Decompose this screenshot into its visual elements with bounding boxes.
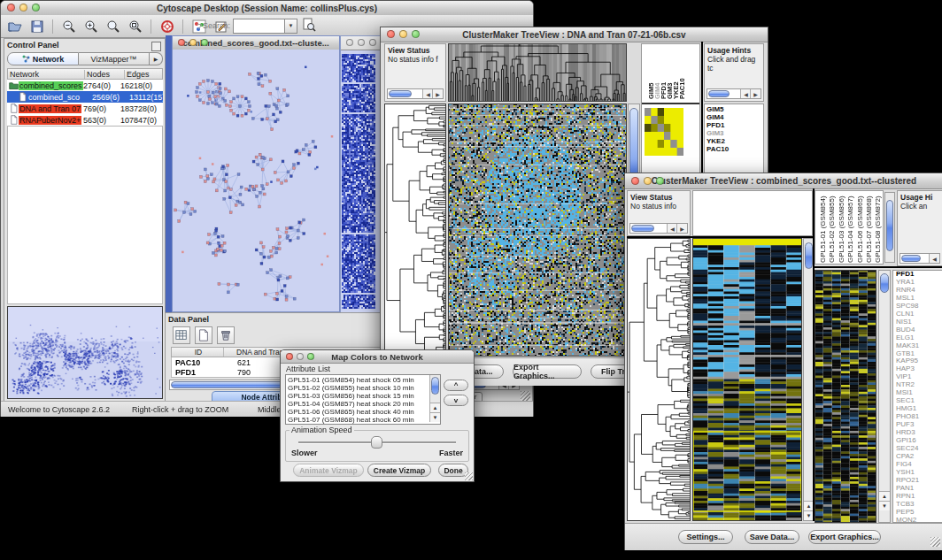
tv2-column-dendrogram-area[interactable] [692,190,813,236]
tv1-column-label[interactable]: PAC10 [678,78,686,99]
zoom-out-icon[interactable] [62,19,76,34]
network-list-row[interactable]: combined_scores2764(0)16218(0) [7,80,163,91]
dialog-titlebar[interactable]: Map Colors to Network [281,350,474,364]
tv2-gene-label[interactable]: MON2 [896,517,942,523]
attribute-list-item[interactable]: GPL51-07 (GSM868) heat shock 60 min [286,416,429,424]
minimize-icon[interactable] [297,353,304,360]
tv1-row-label[interactable]: PFD1 [706,121,763,129]
folder[interactable] [9,81,19,90]
tv2-column-label[interactable]: GPL51-07 (GSM868) [865,196,873,263]
help-icon[interactable] [160,19,174,34]
close-icon[interactable] [631,177,639,185]
close-icon[interactable] [387,30,395,38]
minimize-icon[interactable] [399,30,407,38]
tv1-column-dendrogram[interactable] [448,43,627,102]
delete-attribute-icon[interactable] [220,329,232,341]
close-icon[interactable] [286,353,293,360]
main-titlebar[interactable]: Cytoscape Desktop (Session Name: collins… [1,1,533,16]
tab-vizmapper[interactable]: VizMapper™ [79,52,150,65]
attribute-list-scrollbar[interactable]: ▲▼ [429,375,440,422]
tv1-usage-hscrollbar[interactable]: ◀▶ [706,88,761,99]
birdseye-view[interactable] [7,306,163,399]
tv2-gene-labels[interactable]: PFD1YRA1RNR4MSL1SPC98CLN1NIS1BUD4ELG1MAK… [892,270,942,523]
tv1-row-dendrogram[interactable] [384,104,446,357]
move-up-button[interactable]: ^ [444,380,468,391]
zoom-selected-icon[interactable] [128,19,143,34]
tv2-sub-vscrollbar[interactable]: ▲▼ [878,270,891,523]
tv1-status-hscrollbar[interactable]: ◀▶ [387,88,444,99]
search-input[interactable] [233,19,286,34]
zoom-fit-icon-button[interactable] [104,18,121,35]
help-icon-button[interactable] [158,18,175,35]
attribute-list-item[interactable]: GPL51-04 (GSM857) heat shock 20 min [286,400,429,408]
tv2-column-labels[interactable]: GPL51-01 (GSM854)GPL51-02 (GSM855)GPL51-… [815,190,884,265]
animate-vizmap-button[interactable]: Animate Vizmap [293,464,364,477]
float-panel-icon[interactable] [151,42,161,51]
open-icon-button[interactable] [6,18,23,35]
network-search-icon[interactable] [302,18,316,32]
zoom-in-icon-button[interactable] [82,18,99,35]
zoom-window-icon[interactable] [369,39,376,46]
tv1-row-label[interactable]: GIM3 [706,129,763,137]
close-icon[interactable] [7,4,15,12]
col-network[interactable]: Network [8,70,85,79]
network-list-row[interactable]: combined_sco2569(6)13112(15) [7,91,163,103]
zoom-window-icon[interactable] [412,30,420,38]
resize-grip[interactable] [930,537,940,547]
close-icon[interactable] [346,39,353,46]
attribute-list-item[interactable]: GPL51-02 (GSM855) heat shock 10 min [286,384,429,392]
export-graphics-button[interactable]: Export Graphics... [513,364,582,379]
minimize-icon[interactable] [189,39,197,46]
table-icon-button[interactable] [173,326,190,344]
tv2-column-label[interactable]: GPL51-02 (GSM855) [828,196,836,263]
settings-button[interactable]: Settings... [678,530,733,544]
zoom-window-icon[interactable] [656,177,664,185]
col-edges[interactable]: Edges [125,70,162,79]
new-attribute-icon-button[interactable] [195,326,212,344]
tv2-column-label[interactable]: GPL51-01 (GSM854) [819,196,827,263]
zoom-fit-icon[interactable] [106,19,120,34]
minimize-icon[interactable] [358,39,365,46]
table-icon[interactable] [175,329,188,341]
data-col-id[interactable]: ID [172,348,224,357]
network-list-row[interactable]: RNAPuberNov2+563(0)107847(0) [7,114,163,126]
tv1-summary-heatmap[interactable] [645,108,683,156]
save-data-button[interactable]: Save Data... [745,530,799,544]
zoom-window-icon[interactable] [32,4,40,12]
tv1-titlebar[interactable]: ClusterMaker TreeView : DNA and Tran 07-… [381,27,768,42]
tv2-status-hscrollbar[interactable]: ◀▶ [629,223,688,234]
tv2-column-label[interactable]: GPL51-06 (GSM865) [856,196,864,263]
tv2-expression-heatmap[interactable] [815,270,876,523]
zoom-out-icon-button[interactable] [60,18,77,35]
close-icon[interactable] [178,39,185,46]
zoom-window-icon[interactable] [201,39,208,46]
resize-grip[interactable] [465,472,473,480]
attribute-list-item[interactable]: GPL51-06 (GSM865) heat shock 40 min [286,408,429,416]
export-graphics-button[interactable]: Export Graphics... [808,530,881,544]
network-graph-view[interactable] [173,50,339,311]
tv2-row-dendrogram[interactable] [627,238,691,521]
resize-grip[interactable] [521,391,530,401]
zoom-window-icon[interactable] [307,353,314,360]
attribute-list-item[interactable]: GPL51-03 (GSM856) heat shock 15 min [286,392,429,400]
attribute-list[interactable]: GPL51-01 (GSM854) heat shock 05 minGPL51… [285,374,441,425]
tv2-column-label[interactable]: GPL51-03 (GSM856) [838,196,845,263]
tv2-column-label[interactable]: GPL51-08 (GSM872) [874,196,882,263]
zoom-selected-icon-button[interactable] [127,18,143,35]
frame1-titlebar[interactable]: combined_scores_good.txt--cluste... [173,36,339,50]
col-nodes[interactable]: Nodes [85,70,125,79]
file[interactable] [9,115,19,125]
move-down-button[interactable]: v [444,395,468,406]
tv2-heatmap[interactable] [692,238,802,521]
file[interactable] [18,92,27,102]
new-attribute-icon[interactable] [197,329,210,341]
search-dropdown-icon[interactable]: ▼ [284,19,297,34]
file[interactable] [9,104,19,113]
save-icon[interactable] [30,19,44,34]
create-vizmap-button[interactable]: Create Vizmap [367,464,431,477]
tv1-row-label[interactable]: PAC10 [706,145,763,153]
tv2-usage-hscrollbar[interactable]: ◀ [900,253,940,264]
tv1-row-label[interactable]: YKE2 [706,137,763,145]
attribute-list-item[interactable]: GPL51-01 (GSM854) heat shock 05 min [286,376,429,384]
minimize-icon[interactable] [19,4,27,12]
